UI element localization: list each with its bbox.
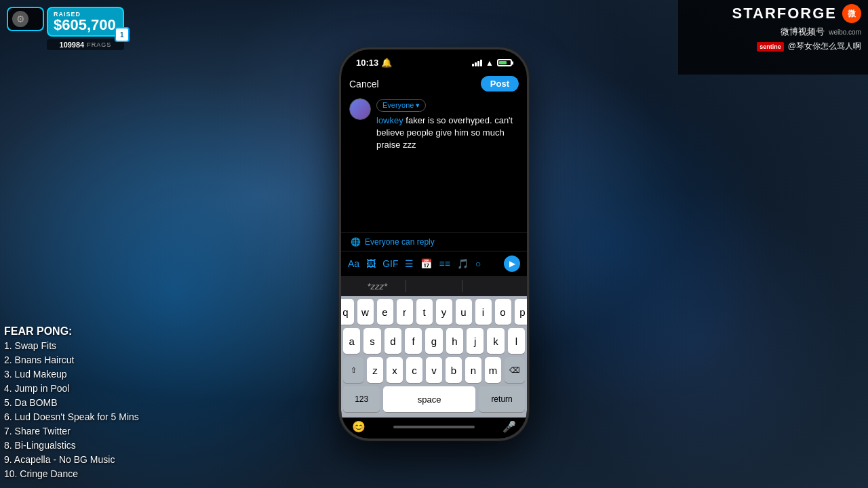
hud-badge: 1 <box>115 27 130 42</box>
key-v[interactable]: v <box>426 357 442 383</box>
raised-amount: $605,700 <box>54 18 116 33</box>
tweet-content: Everyone ▾ lowkey faker is so overhyped.… <box>349 98 519 151</box>
key-h[interactable]: h <box>446 328 463 354</box>
audience-pill[interactable]: Everyone ▾ <box>376 99 426 112</box>
key-j[interactable]: j <box>467 328 484 354</box>
fear-pong-item-3: 3. Lud Makeup <box>4 367 139 382</box>
key-z[interactable]: z <box>367 357 383 383</box>
frags-label: FRAGS <box>87 41 111 48</box>
cancel-button[interactable]: Cancel <box>349 79 379 89</box>
font-icon[interactable]: Aa <box>348 258 359 269</box>
phone-body: 10:13 🔔 ▲ <box>339 47 529 441</box>
reply-icon: 🌐 <box>351 237 361 247</box>
autocomplete-item-1[interactable]: *zzz* <box>349 281 406 291</box>
at-label: @琴女你怎么骂人啊 <box>788 41 861 52</box>
gear-icon: ⚙ <box>12 11 28 27</box>
phone-wrapper: 10:13 🔔 ▲ <box>339 47 529 441</box>
tweet-text-area: Everyone ▾ lowkey faker is so overhyped.… <box>376 98 519 151</box>
fear-pong-item-8: 8. Bi-Lingualstics <box>4 439 139 453</box>
key-w[interactable]: w <box>357 299 374 325</box>
key-t[interactable]: t <box>416 299 433 325</box>
autocomplete-bar: *zzz* <box>341 276 527 296</box>
mention-text: lowkey <box>376 115 403 125</box>
status-bar: 10:13 🔔 ▲ <box>341 49 527 70</box>
image-icon[interactable]: 🖼 <box>366 258 376 269</box>
key-q[interactable]: q <box>341 299 354 325</box>
key-g[interactable]: g <box>425 328 442 354</box>
bars-icon[interactable]: ≡≡ <box>439 258 450 269</box>
fear-pong-list: FEAR PONG: 1. Swap Fits 2. Bnans Haircut… <box>0 319 139 488</box>
key-p[interactable]: p <box>515 299 528 325</box>
fear-pong-item-9: 9. Acapella - No BG Music <box>4 453 139 467</box>
fear-pong-item-1: 1. Swap Fits <box>4 339 139 353</box>
mic-icon[interactable]: 🎤 <box>502 420 516 433</box>
chevron-down-icon: ▾ <box>416 101 420 110</box>
fear-pong-title: FEAR PONG: <box>4 325 139 338</box>
tweet-empty-area <box>341 157 527 232</box>
toolbar-icons: Aa 🖼 GIF ☰ 📅 ≡≡ 🎵 ○ <box>348 258 481 269</box>
numbers-key[interactable]: 123 <box>343 386 380 412</box>
reply-info: 🌐 Everyone can reply <box>341 232 527 251</box>
key-m[interactable]: m <box>485 357 501 383</box>
signal-bars-icon <box>472 60 482 66</box>
key-f[interactable]: f <box>405 328 422 354</box>
key-n[interactable]: n <box>465 357 481 383</box>
home-indicator <box>393 426 475 428</box>
key-l[interactable]: l <box>508 328 525 354</box>
keyboard-row-3: ⇧ z x c v b n m ⌫ <box>343 357 525 383</box>
wave-icon[interactable]: 🎵 <box>457 258 469 269</box>
phone-screen: 10:13 🔔 ▲ <box>341 49 527 439</box>
return-key[interactable]: return <box>479 386 525 412</box>
key-s[interactable]: s <box>363 328 380 354</box>
list-icon[interactable]: ☰ <box>405 258 414 269</box>
key-u[interactable]: u <box>456 299 472 325</box>
space-key[interactable]: space <box>383 386 475 412</box>
key-o[interactable]: o <box>495 299 511 325</box>
hud-topleft: ⚙ RAISED $605,700 1 109984 FRAGS <box>7 7 124 50</box>
keyboard-row-4: 123 space return <box>343 386 525 412</box>
key-i[interactable]: i <box>475 299 492 325</box>
fear-pong-item-6: 6. Lud Doesn't Speak for 5 Mins <box>4 410 139 424</box>
weibo-icon: 微 <box>842 4 861 23</box>
key-c[interactable]: c <box>406 357 422 383</box>
avatar <box>349 98 371 120</box>
battery-icon <box>497 59 512 66</box>
keyboard-row-2: a s d f g h j k l <box>343 328 525 354</box>
key-x[interactable]: x <box>387 357 403 383</box>
compose-toolbar: Aa 🖼 GIF ☰ 📅 ≡≡ 🎵 ○ ▶ <box>341 251 527 276</box>
key-r[interactable]: r <box>397 299 413 325</box>
keyboard: q w e r t y u i o p a s d f g <box>341 296 527 418</box>
key-a[interactable]: a <box>343 328 360 354</box>
tweet-compose: Cancel Post Everyone ▾ lowkey faker is s… <box>341 70 527 157</box>
key-e[interactable]: e <box>377 299 393 325</box>
shift-key[interactable]: ⇧ <box>343 357 363 383</box>
hud-topright: STARFORGE 微 微博视频号 weibo.com sentine @琴女你… <box>678 0 868 75</box>
key-b[interactable]: b <box>446 357 462 383</box>
fear-pong-item-7: 7. Share Twitter <box>4 424 139 439</box>
circle-icon[interactable]: ○ <box>475 258 481 269</box>
key-d[interactable]: d <box>384 328 401 354</box>
phone-bottom-bar: 😊 🎤 <box>341 418 527 439</box>
fear-pong-item-4: 4. Jump in Pool <box>4 382 139 396</box>
keyboard-row-1: q w e r t y u i o p <box>343 299 525 325</box>
status-time: 10:13 🔔 <box>356 58 392 68</box>
frags-row: 109984 FRAGS <box>47 39 124 50</box>
key-k[interactable]: k <box>487 328 504 354</box>
sentinel-badge: sentine <box>757 42 784 52</box>
fear-pong-item-10: 10. Cringe Dance <box>4 467 139 481</box>
next-button[interactable]: ▶ <box>504 256 520 272</box>
fear-pong-item-2: 2. Bnans Haircut <box>4 353 139 367</box>
gif-icon[interactable]: GIF <box>382 258 398 269</box>
key-y[interactable]: y <box>436 299 452 325</box>
weibo-label: 微博视频号 <box>781 26 825 38</box>
backspace-key[interactable]: ⌫ <box>505 357 525 383</box>
tweet-text: lowkey faker is so overhyped. can't beli… <box>376 115 519 152</box>
calendar-icon[interactable]: 📅 <box>420 258 432 269</box>
autocomplete-divider-1 <box>406 280 406 292</box>
audience-label: Everyone <box>382 101 414 109</box>
reply-text: Everyone can reply <box>365 237 435 247</box>
post-button[interactable]: Post <box>481 76 519 92</box>
emoji-icon[interactable]: 😊 <box>352 420 366 433</box>
frags-count: 109984 <box>60 41 85 49</box>
fear-pong-item-5: 5. Da BOMB <box>4 396 139 410</box>
